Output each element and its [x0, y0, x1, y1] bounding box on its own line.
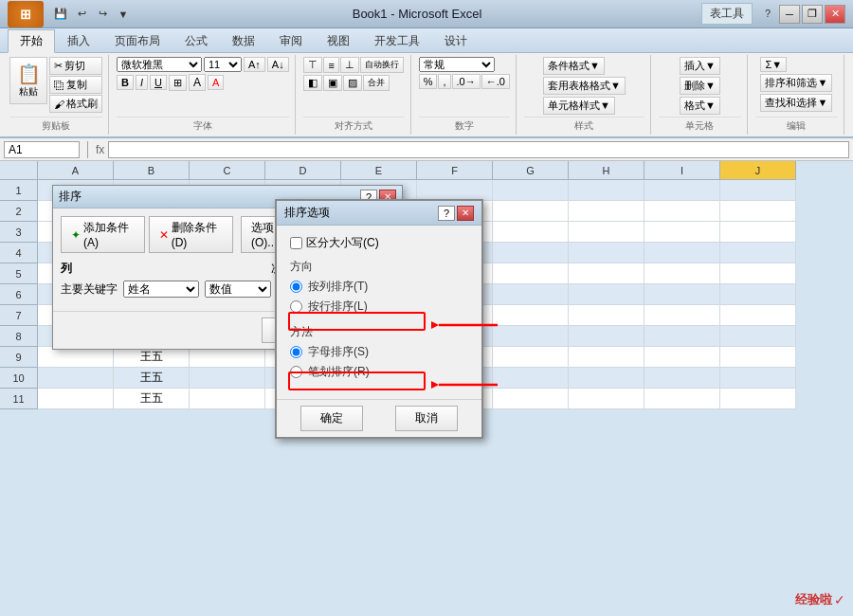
help-btn[interactable]: ?	[758, 5, 777, 22]
cell-g9[interactable]	[493, 347, 569, 368]
minimize-btn[interactable]: ─	[779, 5, 800, 24]
cut-btn[interactable]: ✂剪切	[49, 57, 102, 75]
restore-btn[interactable]: ❐	[802, 5, 823, 24]
tab-design[interactable]: 设计	[432, 29, 480, 52]
cell-a10[interactable]	[38, 368, 114, 389]
sort-options-help-btn[interactable]: ?	[438, 206, 455, 221]
cell-i4[interactable]	[644, 243, 720, 263]
row-header-5[interactable]: 5	[0, 263, 38, 284]
cell-i1[interactable]	[644, 180, 720, 201]
col-header-h[interactable]: H	[569, 161, 644, 180]
cell-h11[interactable]	[569, 389, 644, 409]
col-header-j[interactable]: J	[720, 161, 796, 180]
cell-j5[interactable]	[720, 263, 796, 284]
cell-h8[interactable]	[569, 326, 644, 347]
cell-i2[interactable]	[644, 201, 720, 222]
paste-btn[interactable]: 📋 粘贴	[9, 57, 47, 104]
office-button[interactable]: ⊞	[8, 1, 44, 27]
sort-filter-btn[interactable]: 排序和筛选▼	[760, 74, 832, 92]
increase-decimal-btn[interactable]: .0→	[452, 74, 481, 89]
row-header-6[interactable]: 6	[0, 284, 38, 305]
by-column-radio[interactable]	[290, 281, 302, 293]
cell-a9[interactable]	[38, 347, 114, 368]
undo-btn[interactable]: ↩	[72, 6, 91, 23]
cell-i3[interactable]	[644, 222, 720, 243]
align-left-btn[interactable]: ◧	[303, 75, 322, 91]
italic-btn[interactable]: I	[136, 75, 148, 90]
cell-g6[interactable]	[493, 284, 569, 305]
cell-j6[interactable]	[720, 284, 796, 305]
case-sensitive-label[interactable]: 区分大小写(C)	[290, 235, 468, 251]
cell-h7[interactable]	[569, 305, 644, 326]
cell-i6[interactable]	[644, 284, 720, 305]
cell-g8[interactable]	[493, 326, 569, 347]
by-row-radio[interactable]	[290, 300, 302, 313]
comma-btn[interactable]: ,	[438, 74, 450, 89]
alphabetic-radio[interactable]	[290, 346, 302, 358]
underline-btn[interactable]: U	[150, 75, 167, 90]
col-header-g[interactable]: G	[493, 161, 569, 180]
align-top-btn[interactable]: ⊤	[303, 57, 322, 73]
col-header-e[interactable]: E	[341, 161, 417, 180]
close-btn[interactable]: ✕	[825, 5, 845, 24]
sum-btn[interactable]: Σ▼	[760, 57, 787, 72]
cell-j7[interactable]	[720, 305, 796, 326]
cell-g7[interactable]	[493, 305, 569, 326]
row-header-3[interactable]: 3	[0, 222, 38, 243]
redo-btn[interactable]: ↪	[93, 6, 112, 23]
cell-b10[interactable]: 王五	[114, 368, 190, 389]
tab-home[interactable]: 开始	[8, 29, 55, 53]
cell-c11[interactable]	[190, 389, 265, 409]
sort-basis-select[interactable]: 数值	[205, 281, 271, 298]
cell-g1[interactable]	[493, 180, 569, 201]
bold-btn[interactable]: B	[117, 75, 134, 90]
cell-c10[interactable]	[190, 368, 265, 389]
row-header-10[interactable]: 10	[0, 368, 38, 389]
cell-h3[interactable]	[569, 222, 644, 243]
tab-developer[interactable]: 开发工具	[362, 29, 432, 52]
delete-condition-btn[interactable]: ✕ 删除条件(D)	[149, 216, 233, 253]
col-header-a[interactable]: A	[38, 161, 114, 180]
percent-btn[interactable]: %	[419, 74, 438, 89]
col-header-b[interactable]: B	[114, 161, 190, 180]
font-size-select[interactable]: 11	[204, 57, 242, 72]
align-bottom-btn[interactable]: ⊥	[340, 57, 359, 73]
cell-h10[interactable]	[569, 368, 644, 389]
cell-j11[interactable]	[720, 389, 796, 409]
cell-j8[interactable]	[720, 326, 796, 347]
cell-b11[interactable]: 王五	[114, 389, 190, 409]
formula-input[interactable]	[108, 141, 849, 158]
case-sensitive-checkbox[interactable]	[290, 237, 302, 249]
cell-h9[interactable]	[569, 347, 644, 368]
row-header-9[interactable]: 9	[0, 347, 38, 368]
cell-j2[interactable]	[720, 201, 796, 222]
align-center-btn[interactable]: ▣	[323, 75, 342, 91]
cell-styles-btn[interactable]: 单元格样式▼	[543, 97, 615, 115]
align-right-btn[interactable]: ▨	[343, 75, 362, 91]
row-header-7[interactable]: 7	[0, 305, 38, 326]
col-header-c[interactable]: C	[190, 161, 265, 180]
row-header-1[interactable]: 1	[0, 180, 38, 201]
tab-review[interactable]: 审阅	[267, 29, 315, 52]
cell-j9[interactable]	[720, 347, 796, 368]
col-header-i[interactable]: I	[644, 161, 720, 180]
tab-view[interactable]: 视图	[315, 29, 362, 52]
cell-g5[interactable]	[493, 263, 569, 284]
main-key-select[interactable]: 姓名	[123, 281, 199, 298]
tab-insert[interactable]: 插入	[55, 29, 102, 52]
number-format-select[interactable]: 常规	[419, 57, 495, 72]
row-header-4[interactable]: 4	[0, 243, 38, 263]
cell-a11[interactable]	[38, 389, 114, 409]
sort-options-cancel-btn[interactable]: 取消	[395, 406, 458, 431]
col-header-f[interactable]: F	[417, 161, 493, 180]
sort-options-close-btn[interactable]: ✕	[457, 206, 474, 221]
tab-formulas[interactable]: 公式	[172, 29, 220, 52]
font-color-btn[interactable]: A	[208, 75, 224, 90]
merge-btn[interactable]: 合并	[363, 75, 390, 91]
cell-i8[interactable]	[644, 326, 720, 347]
font-family-select[interactable]: 微软雅黑	[117, 57, 202, 72]
cell-i7[interactable]	[644, 305, 720, 326]
format-cell-btn[interactable]: 格式▼	[680, 97, 720, 115]
cell-j4[interactable]	[720, 243, 796, 263]
cell-j1[interactable]	[720, 180, 796, 201]
